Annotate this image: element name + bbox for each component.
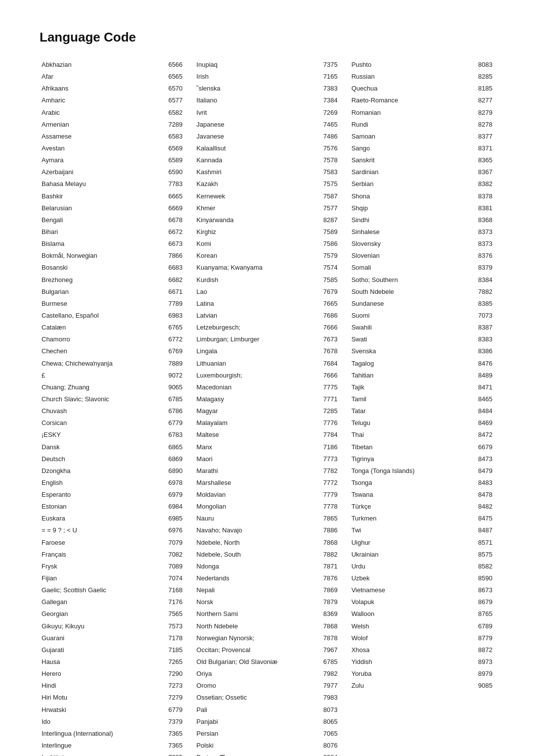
table-row: Panjabi8065 — [194, 716, 339, 728]
language-name: Gujarati — [42, 645, 160, 655]
language-code: 7866 — [160, 251, 182, 261]
language-code: 8476 — [470, 359, 492, 369]
page-title: Language Code — [40, 30, 504, 45]
table-row: Yiddish8973 — [350, 656, 494, 668]
language-name: Bislama — [42, 239, 160, 249]
table-row: Vietnamese8673 — [350, 584, 494, 596]
language-name: Wolof — [352, 633, 470, 643]
language-code: 8465 — [470, 394, 492, 404]
table-row: South Ndebele7882 — [350, 286, 494, 298]
language-name: Ndonga — [196, 562, 315, 571]
table-row: Castellano, Español6983 — [40, 310, 184, 322]
language-name: Limburgan; Limburger — [196, 334, 315, 344]
table-row: Ndebele, North7868 — [194, 537, 339, 549]
table-row: Khmer7577 — [194, 202, 339, 214]
table-row: Serbian8382 — [350, 178, 494, 190]
table-row: Chuvash6786 — [40, 405, 184, 417]
table-row: Persian7065 — [194, 728, 339, 740]
table-row: Hindi7273 — [40, 680, 184, 692]
language-name: Tahitian — [352, 371, 470, 380]
language-code: 9072 — [160, 371, 182, 380]
table-row: Esperanto6979 — [40, 489, 184, 501]
language-code: 7576 — [315, 143, 338, 153]
language-name: Moldavian — [196, 490, 315, 500]
table-row: Latvian7686 — [194, 310, 339, 322]
language-name: Macedonian — [196, 382, 315, 392]
language-code: 7585 — [315, 275, 338, 285]
table-row: Somali8379 — [350, 262, 494, 274]
language-code: 8083 — [470, 60, 492, 70]
language-code: 8277 — [470, 95, 492, 105]
language-name: Shona — [352, 191, 470, 201]
table-row: Kazakh7575 — [194, 178, 339, 190]
language-name: English — [42, 478, 160, 488]
table-row: Afar6565 — [40, 71, 184, 83]
language-name: Tibetan — [352, 442, 470, 452]
column-1: Abkhazian6566Afar6565Afrikaans6570Amhari… — [40, 59, 194, 756]
language-name: Thai — [352, 430, 470, 440]
language-code: 8287 — [315, 215, 338, 225]
language-code: 8473 — [470, 454, 492, 464]
language-code: 8185 — [470, 84, 492, 94]
table-row: Urdu8582 — [350, 561, 494, 572]
language-code: 7587 — [315, 191, 338, 201]
language-name: Sardinian — [352, 167, 470, 177]
language-code: 6978 — [160, 478, 182, 488]
language-code: 8571 — [470, 538, 492, 548]
table-row: Burmese7789 — [40, 298, 184, 310]
table-row: Occitan; Provencal7967 — [194, 644, 339, 656]
language-code: 7982 — [315, 669, 338, 679]
language-code: 7279 — [160, 693, 182, 703]
language-code: 7579 — [315, 251, 338, 261]
table-row: Tatar8484 — [350, 405, 494, 417]
language-code: 7079 — [160, 538, 182, 548]
table-row: Kashmiri7583 — [194, 166, 339, 178]
language-name: Romanian — [352, 108, 470, 118]
language-name: Azerbaijani — [42, 167, 160, 177]
table-row: Swahili8387 — [350, 322, 494, 333]
language-name: Bokmål, Norwegian — [42, 251, 160, 261]
table-row: Luxembourgish;7666 — [194, 370, 339, 381]
language-code: 7878 — [315, 633, 338, 643]
table-row: Guarani7178 — [40, 632, 184, 644]
language-code: 7865 — [315, 514, 338, 523]
language-code: 8368 — [470, 215, 492, 225]
language-name: Avestan — [42, 143, 160, 153]
language-name: Afar — [42, 72, 160, 82]
language-name: Korean — [196, 251, 315, 261]
language-code: 7882 — [470, 287, 492, 297]
language-code: 8373 — [470, 227, 492, 237]
language-name: Nepali — [196, 585, 315, 595]
table-row: Walloon8765 — [350, 608, 494, 620]
table-row: Wolof8779 — [350, 632, 494, 644]
table-row: Shona8378 — [350, 190, 494, 202]
language-code: 7089 — [160, 562, 182, 571]
table-row: Catalæn6765 — [40, 322, 184, 333]
language-code: 8379 — [470, 263, 492, 273]
language-code: 7574 — [315, 263, 338, 273]
language-code: 7565 — [160, 609, 182, 619]
table-row: Lao7679 — [194, 286, 339, 298]
language-code: 8371 — [470, 143, 492, 153]
language-name: Bashkir — [42, 191, 160, 201]
language-name: Navaho; Navajo — [196, 525, 315, 535]
language-code: 7886 — [315, 525, 338, 535]
table-row: Ukrainian8575 — [350, 549, 494, 561]
language-code: 8378 — [470, 191, 492, 201]
table-row: Bislama6673 — [40, 238, 184, 250]
table-row: Interlingue7365 — [40, 740, 184, 752]
language-name: Kirghiz — [196, 227, 315, 237]
language-name: Esperanto — [42, 490, 160, 500]
language-name: £ — [42, 371, 160, 380]
language-name: Marathi — [196, 466, 315, 476]
language-code: 8381 — [470, 203, 492, 213]
language-name: Polski — [196, 741, 315, 751]
language-code: 7589 — [315, 227, 338, 237]
table-row: Afrikaans6570 — [40, 83, 184, 94]
table-row: Tswana8478 — [350, 489, 494, 501]
language-name: Sinhalese — [352, 227, 470, 237]
language-name: Dansk — [42, 442, 160, 452]
language-name: Mongolian — [196, 502, 315, 512]
table-row: Romanian8279 — [350, 107, 494, 119]
table-row: Abkhazian6566 — [40, 59, 184, 71]
